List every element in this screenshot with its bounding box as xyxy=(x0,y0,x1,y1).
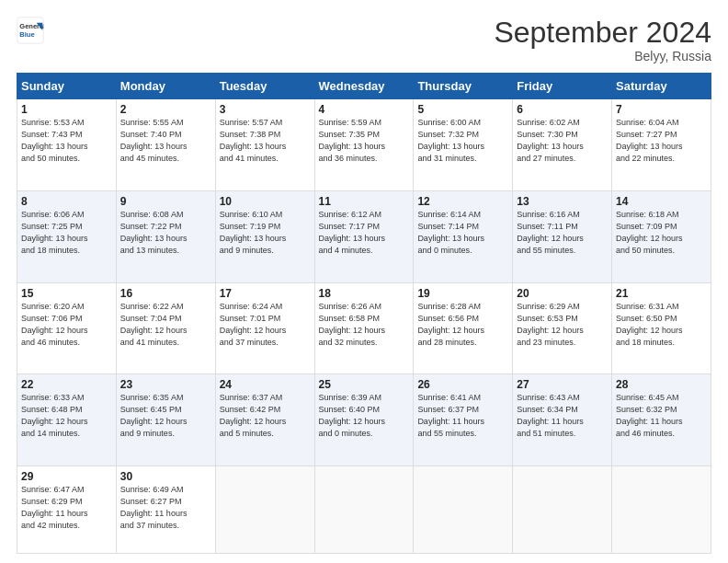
day-number: 19 xyxy=(417,287,508,300)
day-info: Sunrise: 6:22 AM Sunset: 7:04 PM Dayligh… xyxy=(120,301,211,349)
calendar-day-cell: 3Sunrise: 5:57 AM Sunset: 7:38 PM Daylig… xyxy=(215,99,314,191)
day-info: Sunrise: 6:37 AM Sunset: 6:42 PM Dayligh… xyxy=(220,392,311,440)
calendar-day-cell: 25Sunrise: 6:39 AM Sunset: 6:40 PM Dayli… xyxy=(314,374,414,466)
calendar-day-cell: 16Sunrise: 6:22 AM Sunset: 7:04 PM Dayli… xyxy=(116,282,215,374)
day-info: Sunrise: 6:14 AM Sunset: 7:14 PM Dayligh… xyxy=(417,209,508,257)
day-info: Sunrise: 6:10 AM Sunset: 7:19 PM Dayligh… xyxy=(220,209,311,257)
weekday-header-sunday: Sunday xyxy=(17,74,117,99)
day-number: 6 xyxy=(517,103,608,116)
calendar-day-cell: 27Sunrise: 6:43 AM Sunset: 6:34 PM Dayli… xyxy=(513,374,612,466)
calendar-day-cell: 11Sunrise: 6:12 AM Sunset: 7:17 PM Dayli… xyxy=(314,190,414,282)
day-number: 12 xyxy=(417,195,508,208)
calendar-day-cell: 1Sunrise: 5:53 AM Sunset: 7:43 PM Daylig… xyxy=(17,99,117,191)
calendar-day-cell: 6Sunrise: 6:02 AM Sunset: 7:30 PM Daylig… xyxy=(513,99,612,191)
day-number: 1 xyxy=(21,103,112,116)
day-number: 28 xyxy=(616,378,707,391)
weekday-header-thursday: Thursday xyxy=(414,74,513,99)
day-info: Sunrise: 6:02 AM Sunset: 7:30 PM Dayligh… xyxy=(517,117,608,165)
day-info: Sunrise: 6:28 AM Sunset: 6:56 PM Dayligh… xyxy=(417,301,508,349)
calendar-day-cell: 26Sunrise: 6:41 AM Sunset: 6:37 PM Dayli… xyxy=(414,374,513,466)
day-info: Sunrise: 5:59 AM Sunset: 7:35 PM Dayligh… xyxy=(319,117,410,165)
day-number: 4 xyxy=(319,103,410,116)
calendar-day-cell: 29Sunrise: 6:47 AM Sunset: 6:29 PM Dayli… xyxy=(17,466,117,554)
day-number: 16 xyxy=(120,287,211,300)
calendar-day-cell: 21Sunrise: 6:31 AM Sunset: 6:50 PM Dayli… xyxy=(612,282,711,374)
calendar-day-cell xyxy=(513,466,612,554)
calendar-day-cell: 12Sunrise: 6:14 AM Sunset: 7:14 PM Dayli… xyxy=(414,190,513,282)
day-number: 25 xyxy=(319,378,410,391)
day-info: Sunrise: 6:41 AM Sunset: 6:37 PM Dayligh… xyxy=(417,392,508,440)
calendar-day-cell: 15Sunrise: 6:20 AM Sunset: 7:06 PM Dayli… xyxy=(17,282,117,374)
calendar-day-cell: 5Sunrise: 6:00 AM Sunset: 7:32 PM Daylig… xyxy=(414,99,513,191)
calendar-day-cell: 19Sunrise: 6:28 AM Sunset: 6:56 PM Dayli… xyxy=(414,282,513,374)
calendar-day-cell xyxy=(414,466,513,554)
day-number: 24 xyxy=(220,378,311,391)
calendar-day-cell: 14Sunrise: 6:18 AM Sunset: 7:09 PM Dayli… xyxy=(612,190,711,282)
month-title: September 2024 xyxy=(494,17,711,49)
day-number: 17 xyxy=(220,287,311,300)
day-number: 11 xyxy=(319,195,410,208)
weekday-header-row: SundayMondayTuesdayWednesdayThursdayFrid… xyxy=(17,74,711,99)
day-number: 8 xyxy=(21,195,112,208)
day-info: Sunrise: 6:20 AM Sunset: 7:06 PM Dayligh… xyxy=(21,301,112,349)
day-info: Sunrise: 6:24 AM Sunset: 7:01 PM Dayligh… xyxy=(220,301,311,349)
calendar-day-cell: 7Sunrise: 6:04 AM Sunset: 7:27 PM Daylig… xyxy=(612,99,711,191)
day-info: Sunrise: 6:49 AM Sunset: 6:27 PM Dayligh… xyxy=(120,484,211,532)
day-number: 15 xyxy=(21,287,112,300)
day-info: Sunrise: 5:57 AM Sunset: 7:38 PM Dayligh… xyxy=(220,117,311,165)
weekday-header-saturday: Saturday xyxy=(612,74,711,99)
day-info: Sunrise: 6:29 AM Sunset: 6:53 PM Dayligh… xyxy=(517,301,608,349)
calendar-week-row: 8Sunrise: 6:06 AM Sunset: 7:25 PM Daylig… xyxy=(17,190,711,282)
day-number: 13 xyxy=(517,195,608,208)
day-info: Sunrise: 6:31 AM Sunset: 6:50 PM Dayligh… xyxy=(616,301,707,349)
day-info: Sunrise: 6:35 AM Sunset: 6:45 PM Dayligh… xyxy=(120,392,211,440)
day-number: 7 xyxy=(616,103,707,116)
logo: General Blue xyxy=(17,17,44,44)
day-info: Sunrise: 6:39 AM Sunset: 6:40 PM Dayligh… xyxy=(319,392,410,440)
location: Belyy, Russia xyxy=(494,49,711,63)
calendar-day-cell xyxy=(612,466,711,554)
calendar-day-cell: 17Sunrise: 6:24 AM Sunset: 7:01 PM Dayli… xyxy=(215,282,314,374)
calendar-day-cell: 30Sunrise: 6:49 AM Sunset: 6:27 PM Dayli… xyxy=(116,466,215,554)
weekday-header-monday: Monday xyxy=(116,74,215,99)
day-info: Sunrise: 6:45 AM Sunset: 6:32 PM Dayligh… xyxy=(616,392,707,440)
day-number: 5 xyxy=(417,103,508,116)
day-number: 2 xyxy=(120,103,211,116)
calendar-week-row: 22Sunrise: 6:33 AM Sunset: 6:48 PM Dayli… xyxy=(17,374,711,466)
day-number: 10 xyxy=(220,195,311,208)
calendar-day-cell xyxy=(314,466,414,554)
calendar-day-cell: 24Sunrise: 6:37 AM Sunset: 6:42 PM Dayli… xyxy=(215,374,314,466)
calendar-day-cell: 2Sunrise: 5:55 AM Sunset: 7:40 PM Daylig… xyxy=(116,99,215,191)
day-info: Sunrise: 6:12 AM Sunset: 7:17 PM Dayligh… xyxy=(319,209,410,257)
calendar-week-row: 29Sunrise: 6:47 AM Sunset: 6:29 PM Dayli… xyxy=(17,466,711,554)
day-info: Sunrise: 6:06 AM Sunset: 7:25 PM Dayligh… xyxy=(21,209,112,257)
day-info: Sunrise: 6:00 AM Sunset: 7:32 PM Dayligh… xyxy=(417,117,508,165)
day-number: 14 xyxy=(616,195,707,208)
day-number: 27 xyxy=(517,378,608,391)
day-number: 18 xyxy=(319,287,410,300)
day-info: Sunrise: 6:47 AM Sunset: 6:29 PM Dayligh… xyxy=(21,484,112,532)
weekday-header-wednesday: Wednesday xyxy=(314,74,414,99)
header: General Blue September 2024 Belyy, Russi… xyxy=(17,17,711,63)
day-number: 29 xyxy=(21,470,112,483)
calendar-week-row: 15Sunrise: 6:20 AM Sunset: 7:06 PM Dayli… xyxy=(17,282,711,374)
weekday-header-friday: Friday xyxy=(513,74,612,99)
title-block: September 2024 Belyy, Russia xyxy=(494,17,711,63)
logo-icon: General Blue xyxy=(17,17,44,44)
calendar-day-cell: 13Sunrise: 6:16 AM Sunset: 7:11 PM Dayli… xyxy=(513,190,612,282)
calendar-day-cell: 28Sunrise: 6:45 AM Sunset: 6:32 PM Dayli… xyxy=(612,374,711,466)
svg-text:Blue: Blue xyxy=(19,30,34,39)
day-number: 23 xyxy=(120,378,211,391)
calendar-day-cell: 9Sunrise: 6:08 AM Sunset: 7:22 PM Daylig… xyxy=(116,190,215,282)
day-info: Sunrise: 6:18 AM Sunset: 7:09 PM Dayligh… xyxy=(616,209,707,257)
day-number: 26 xyxy=(417,378,508,391)
calendar-day-cell: 4Sunrise: 5:59 AM Sunset: 7:35 PM Daylig… xyxy=(314,99,414,191)
day-number: 22 xyxy=(21,378,112,391)
day-info: Sunrise: 6:26 AM Sunset: 6:58 PM Dayligh… xyxy=(319,301,410,349)
calendar-day-cell: 18Sunrise: 6:26 AM Sunset: 6:58 PM Dayli… xyxy=(314,282,414,374)
day-number: 3 xyxy=(220,103,311,116)
day-number: 9 xyxy=(120,195,211,208)
day-info: Sunrise: 6:16 AM Sunset: 7:11 PM Dayligh… xyxy=(517,209,608,257)
calendar-day-cell xyxy=(215,466,314,554)
calendar-day-cell: 8Sunrise: 6:06 AM Sunset: 7:25 PM Daylig… xyxy=(17,190,117,282)
